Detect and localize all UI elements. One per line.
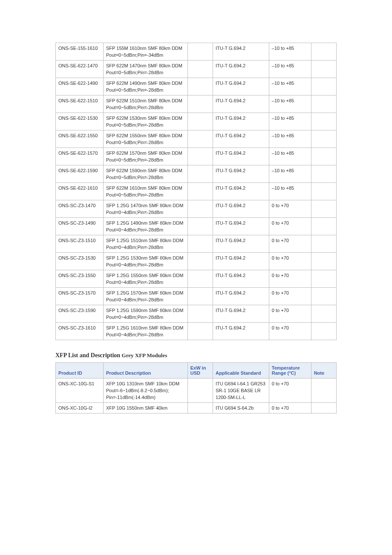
text-line: Pout=0~5dBm;Pin=-28dBm — [106, 122, 185, 127]
table-row: ONS-SE-155-1610SFP 155M 1610nm SMF 80km … — [56, 43, 337, 61]
cell-note — [311, 165, 336, 183]
text-line: SFP 155M 1610nm SMF 80km DDM — [106, 46, 185, 51]
text-line: Pout=0~5dBm;Pin=-28dBm — [106, 157, 185, 162]
cell-note — [311, 288, 336, 305]
cell-desc: SFP 622M 1470nm SMF 80km DDMPout=0~5dBm;… — [104, 61, 188, 78]
cell-desc: XFP 10G 1550nm SMF 40km — [104, 403, 188, 413]
cell-desc: SFP 1.25G 1550nm SMF 80km DDMPout=0~4dBm… — [104, 270, 188, 288]
text-line: Pout=0~5dBm;Pin=-28dBm — [106, 192, 185, 197]
table-row: ONS-SC-Z3-1610SFP 1.25G 1610nm SMF 80km … — [56, 323, 337, 340]
cell-temp: –10 to +85 — [269, 130, 311, 148]
table-row: ONS-SE-622-1570SFP 622M 1570nm SMF 80km … — [56, 148, 337, 165]
cell-exw — [187, 200, 213, 218]
table-row: ONS-SC-Z3-1530SFP 1.25G 1530nm SMF 80km … — [56, 253, 337, 270]
hdr-note: Note — [311, 363, 336, 379]
cell-exw — [187, 148, 213, 165]
cell-desc: SFP 622M 1550nm SMF 80km DDMPout=0~5dBm;… — [104, 130, 188, 148]
cell-temp: –10 to +85 — [269, 183, 311, 200]
cell-standard: ITU-T G.694.2 — [213, 95, 269, 113]
cell-product-id: ONS-XC-10G-I2 — [56, 403, 104, 413]
cell-exw — [187, 218, 213, 235]
cell-desc: XFP 10G 1310nm SMF 10km DDMPout=-6~1dBm(… — [104, 379, 188, 403]
table-row: ONS-SE-622-1530SFP 622M 1530nm SMF 80km … — [56, 113, 337, 130]
text-line: ITU G694 I-64.1 GR253 — [216, 381, 266, 386]
text-line: Pout=0~4dBm;Pin=-28dBm — [106, 280, 185, 285]
cell-note — [311, 403, 336, 413]
cell-temp: 0 to +70 — [269, 305, 311, 323]
cell-standard: ITU-T G.694.2 — [213, 43, 269, 61]
cell-standard: ITU G694 I-64.1 GR253SR-1 10GE BASE LR12… — [213, 379, 269, 403]
xfp-title-main: XFP List and Description — [55, 352, 120, 358]
cell-product-id: ONS-SE-622-1490 — [56, 78, 104, 95]
text-line: Pout=0~4dBm;Pin=-28dBm — [106, 227, 185, 232]
table-row: ONS-SC-Z3-1590SFP 1.25G 1590nm SMF 80km … — [56, 305, 337, 323]
cell-temp: 0 to +70 — [269, 403, 311, 413]
cell-standard: ITU-T G.694.2 — [213, 323, 269, 340]
cell-exw — [187, 43, 213, 61]
cell-product-id: ONS-SC-Z3-1570 — [56, 288, 104, 305]
xfp-header-row: Product ID Product Description ExW inUSD… — [56, 363, 337, 379]
cell-standard: ITU-T G.694.2 — [213, 288, 269, 305]
cell-exw — [187, 270, 213, 288]
cell-desc: SFP 1.25G 1490nm SMF 80km DDMPout=0~4dBm… — [104, 218, 188, 235]
text-line: Pout=-6~1dBm(-8.2~0.5dBm); — [106, 388, 185, 393]
text-line: SFP 622M 1530nm SMF 80km DDM — [106, 116, 185, 121]
cell-standard: ITU-T G.694.2 — [213, 253, 269, 270]
text-line: SFP 1.25G 1590nm SMF 80km DDM — [106, 308, 185, 313]
hdr-temp: TemperatureRange (°C) — [269, 363, 311, 379]
text-line: Pout=0~4dBm;Pin=-28dBm — [106, 210, 185, 215]
text-line: SFP 1.25G 1530nm SMF 80km DDM — [106, 255, 185, 260]
cell-temp: 0 to +70 — [269, 218, 311, 235]
cell-exw — [187, 288, 213, 305]
cell-exw — [187, 403, 213, 413]
cell-desc: SFP 1.25G 1590nm SMF 80km DDMPout=0~4dBm… — [104, 305, 188, 323]
cell-product-id: ONS-SE-622-1550 — [56, 130, 104, 148]
cell-exw — [187, 305, 213, 323]
cell-note — [311, 200, 336, 218]
cell-desc: SFP 622M 1490nm SMF 80km DDMPout=0~5dBm;… — [104, 78, 188, 95]
text-line: SFP 622M 1570nm SMF 80km DDM — [106, 150, 185, 156]
cell-note — [311, 43, 336, 61]
cell-exw — [187, 253, 213, 270]
cell-product-id: ONS-XC-10G-S1 — [56, 379, 104, 403]
table-row: ONS-SC-Z3-1470SFP 1.25G 1470nm SMF 80km … — [56, 200, 337, 218]
table-row: ONS-SC-Z3-1510SFP 1.25G 1510nm SMF 80km … — [56, 235, 337, 253]
cell-temp: 0 to +70 — [269, 235, 311, 253]
cell-standard: ITU-T G.694.2 — [213, 61, 269, 78]
table-row: ONS-SE-622-1510SFP 622M 1510nm SMF 80km … — [56, 95, 337, 113]
sfp-table: ONS-SE-155-1610SFP 155M 1610nm SMF 80km … — [55, 43, 337, 340]
cell-desc: SFP 1.25G 1510nm SMF 80km DDMPout=0~4dBm… — [104, 235, 188, 253]
text-line: Pout=0~4dBm;Pin=-28dBm — [106, 262, 185, 267]
cell-standard: ITU-T G.694.2 — [213, 270, 269, 288]
cell-temp: –10 to +85 — [269, 78, 311, 95]
hdr-standard: Applicable Standard — [213, 363, 269, 379]
cell-desc: SFP 622M 1590nm SMF 80km DDMPout=0~5dBm;… — [104, 165, 188, 183]
cell-exw — [187, 130, 213, 148]
text-line: XFP 10G 1550nm SMF 40km — [106, 405, 185, 410]
cell-temp: –10 to +85 — [269, 95, 311, 113]
cell-temp: –10 to +85 — [269, 165, 311, 183]
cell-standard: ITU-T G.694.2 — [213, 305, 269, 323]
text-line: SFP 622M 1510nm SMF 80km DDM — [106, 98, 185, 103]
cell-standard: ITU-T G.694.2 — [213, 235, 269, 253]
cell-exw — [187, 379, 213, 403]
cell-standard: ITU-T G.694.2 — [213, 218, 269, 235]
text-line: SFP 1.25G 1550nm SMF 80km DDM — [106, 273, 185, 278]
xfp-table: Product ID Product Description ExW inUSD… — [55, 362, 337, 413]
cell-product-id: ONS-SC-Z3-1510 — [56, 235, 104, 253]
text-line: Pin=-11dBm(-14.4dBm) — [106, 395, 185, 400]
cell-note — [311, 113, 336, 130]
table-row: ONS-SC-Z3-1490SFP 1.25G 1490nm SMF 80km … — [56, 218, 337, 235]
text-line: SFP 1.25G 1490nm SMF 80km DDM — [106, 220, 185, 225]
cell-note — [311, 78, 336, 95]
text-line: SFP 1.25G 1470nm SMF 80km DDM — [106, 203, 185, 208]
cell-temp: 0 to +70 — [269, 323, 311, 340]
text-line: Pout=0~5dBm;Pin=-28dBm — [106, 87, 185, 92]
cell-standard: ITU-T G.694.2 — [213, 165, 269, 183]
cell-standard: ITU G694 S-64.2b — [213, 403, 269, 413]
text-line: Pout=0~5dBm;Pin=-28dBm — [106, 140, 185, 145]
cell-product-id: ONS-SE-622-1530 — [56, 113, 104, 130]
cell-note — [311, 379, 336, 403]
text-line: SR-1 10GE BASE LR — [216, 388, 266, 393]
text-line: SFP 622M 1610nm SMF 80km DDM — [106, 185, 185, 191]
